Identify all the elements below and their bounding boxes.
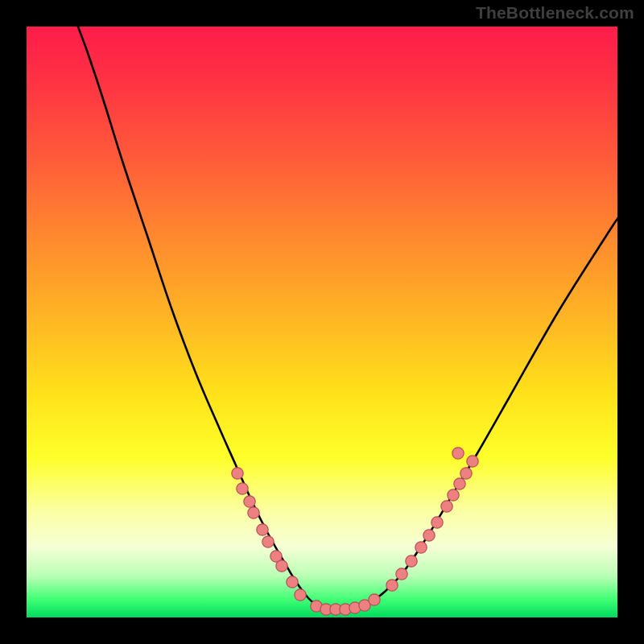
data-marker (396, 568, 407, 580)
data-marker (406, 555, 417, 567)
plot-area (27, 27, 617, 617)
watermark-text: TheBottleneck.com (476, 3, 634, 23)
data-marker (415, 542, 427, 553)
data-marker (232, 468, 243, 479)
data-marker (287, 576, 298, 588)
data-marker (276, 560, 287, 572)
data-marker (467, 456, 478, 467)
data-marker (248, 507, 259, 518)
data-marker (441, 501, 452, 512)
chart-overlay (27, 27, 617, 617)
data-marker (423, 530, 435, 541)
data-marker (237, 483, 248, 494)
data-marker (431, 517, 443, 528)
data-marker (460, 468, 472, 479)
data-marker (295, 589, 306, 601)
data-marker (262, 536, 274, 547)
data-marker (386, 580, 398, 591)
data-marker (257, 524, 268, 535)
data-marker (244, 496, 255, 507)
chart-frame: TheBottleneck.com (0, 0, 644, 644)
data-marker (454, 478, 465, 489)
bottleneck-curve (75, 27, 617, 609)
data-marker (452, 448, 464, 459)
data-marker (369, 594, 380, 605)
data-marker (448, 489, 459, 501)
data-markers (232, 448, 478, 615)
